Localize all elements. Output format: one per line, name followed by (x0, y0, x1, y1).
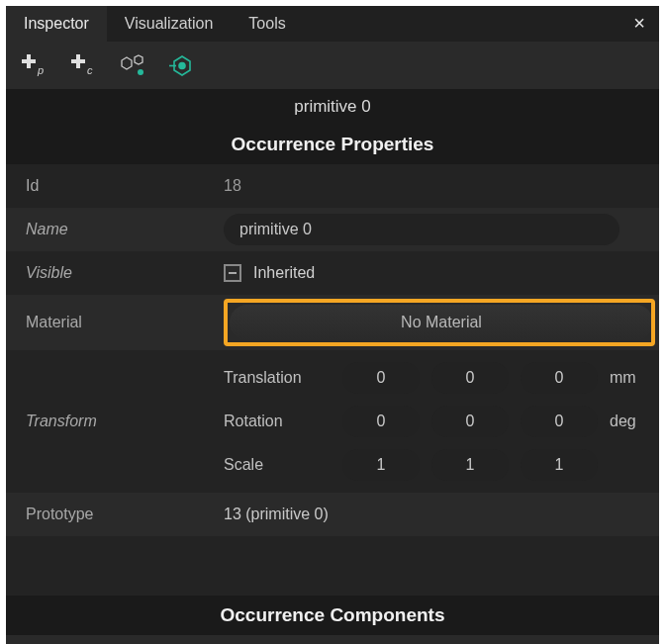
rotation-unit: deg (610, 413, 649, 430)
svg-rect-1 (22, 59, 36, 63)
object-name: primitive 0 (6, 89, 659, 125)
transform-label: Transform (6, 356, 224, 487)
prototype-value: 13 (primitive 0) (224, 506, 659, 523)
scale-x[interactable] (342, 449, 420, 481)
visible-text: Inherited (253, 264, 315, 282)
translation-unit: mm (610, 369, 649, 387)
row-visible: Visible Inherited (6, 251, 659, 295)
prototype-label: Prototype (6, 506, 224, 523)
row-transform: Transform Translation mm Rotation deg (6, 350, 659, 493)
translation-y[interactable] (431, 362, 509, 394)
tab-visualization[interactable]: Visualization (107, 6, 232, 42)
row-prototype: Prototype 13 (primitive 0) (6, 493, 659, 536)
material-label: Material (6, 314, 224, 331)
arrow-right-icon[interactable]: → (623, 640, 645, 644)
id-value: 18 (224, 177, 659, 195)
svg-marker-6 (122, 57, 132, 69)
add-p-icon[interactable]: p (20, 51, 48, 79)
transform-scale: Scale (224, 443, 659, 487)
close-icon[interactable]: × (633, 12, 645, 35)
row-id: Id 18 (6, 164, 659, 208)
scale-z[interactable] (521, 449, 598, 481)
row-name: Name (6, 208, 659, 251)
rotation-x[interactable] (342, 406, 420, 437)
inspector-panel: Inspector Visualization Tools × p c prim… (6, 6, 659, 637)
rotation-label: Rotation (224, 413, 342, 430)
add-c-icon[interactable]: c (69, 51, 97, 79)
tab-bar: Inspector Visualization Tools × (6, 6, 659, 42)
id-label: Id (6, 177, 224, 195)
occurrence-components-header: Occurrence Components (6, 596, 659, 635)
tab-inspector[interactable]: Inspector (6, 6, 107, 42)
tab-tools[interactable]: Tools (231, 6, 303, 42)
name-label: Name (6, 221, 224, 238)
occurrence-properties-header: Occurrence Properties (6, 125, 659, 164)
row-material: Material No Material (6, 295, 659, 350)
svg-point-8 (138, 69, 143, 75)
inspector-toolbar: p c (6, 42, 659, 89)
properties-list: Id 18 Name Visible Inherited Material No… (6, 164, 659, 536)
component-part[interactable]: Part → (6, 635, 659, 644)
translation-x[interactable] (342, 362, 420, 394)
rotation-z[interactable] (521, 406, 598, 437)
transform-rotation: Rotation deg (224, 400, 659, 443)
svg-text:c: c (87, 64, 93, 76)
svg-marker-7 (135, 55, 143, 64)
transform-translation: Translation mm (224, 356, 659, 400)
translation-label: Translation (224, 369, 342, 387)
empty-section (6, 536, 659, 596)
visible-label: Visible (6, 264, 224, 282)
scale-label: Scale (224, 456, 342, 474)
svg-point-10 (179, 63, 185, 69)
target-icon[interactable] (168, 51, 196, 79)
svg-rect-4 (71, 59, 85, 63)
svg-text:p: p (37, 64, 44, 76)
scale-y[interactable] (431, 449, 509, 481)
name-input[interactable] (224, 214, 619, 245)
translation-z[interactable] (521, 362, 598, 394)
visible-checkbox[interactable] (224, 264, 241, 282)
rotation-y[interactable] (431, 406, 509, 437)
molecule-icon[interactable] (119, 51, 146, 79)
material-button[interactable]: No Material (230, 305, 653, 340)
